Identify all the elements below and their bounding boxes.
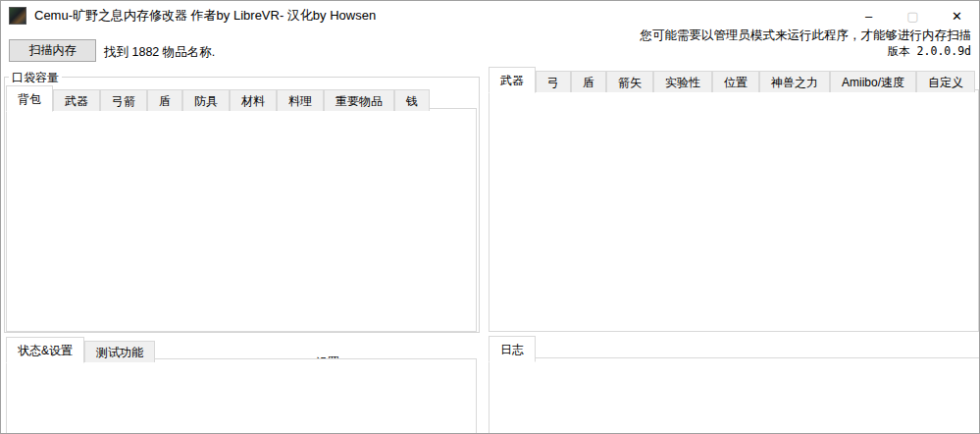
weapons-tab[interactable]: 盾: [571, 71, 606, 92]
log-tabstrip: 日志: [489, 335, 536, 361]
version-text: 版本 2.0.0.9d: [641, 43, 972, 59]
weapons-tabstrip: 武器弓盾箭矢实验性位置神兽之力Amiibo/速度自定义: [489, 66, 975, 92]
weapons-tab[interactable]: 弓: [536, 71, 571, 92]
log-tabpage: [489, 357, 980, 434]
pocket-tab[interactable]: 防具: [182, 89, 230, 111]
admin-notice-text: 您可能需要以管理员模式来运行此程序，才能够进行内存扫描: [641, 27, 972, 43]
weapons-tab[interactable]: 实验性: [653, 71, 712, 92]
status-tab[interactable]: 状态&设置: [6, 337, 84, 363]
found-items-text: 找到 1882 物品名称.: [104, 44, 215, 61]
weapons-tab[interactable]: 武器: [489, 67, 536, 93]
log-tab[interactable]: 日志: [489, 336, 536, 362]
status-tabpage: [6, 358, 477, 434]
admin-notice: 您可能需要以管理员模式来运行此程序，才能够进行内存扫描 版本 2.0.0.9d: [641, 27, 972, 59]
pocket-tabstrip: 背包武器弓箭盾防具材料料理重要物品钱: [6, 84, 430, 111]
weapons-tab[interactable]: 位置: [712, 71, 759, 92]
pocket-tab[interactable]: 盾: [147, 89, 182, 111]
pocket-tab[interactable]: 武器: [53, 89, 100, 111]
pocket-tab[interactable]: 钱: [394, 89, 430, 111]
status-tabstrip: 状态&设置测试功能: [6, 336, 155, 362]
weapons-tab[interactable]: 神兽之力: [759, 71, 830, 92]
pocket-tab[interactable]: 重要物品: [324, 89, 394, 111]
pocket-tab[interactable]: 弓箭: [100, 89, 147, 111]
close-button[interactable]: ✕: [935, 1, 979, 30]
minimize-button[interactable]: –: [847, 1, 891, 30]
title-bar[interactable]: Cemu-旷野之息内存修改器 作者by LibreVR- 汉化by Howsen…: [1, 1, 979, 30]
pocket-tab[interactable]: 材料: [230, 89, 277, 111]
weapons-tab[interactable]: 箭矢: [606, 71, 653, 92]
weapons-tab[interactable]: Amiibo/速度: [830, 71, 916, 92]
pocket-tab[interactable]: 背包: [6, 85, 53, 112]
weapons-tabpage: [489, 89, 979, 332]
window-title: Cemu-旷野之息内存修改器 作者by LibreVR- 汉化by Howsen: [34, 7, 376, 25]
pocket-tab[interactable]: 料理: [277, 89, 324, 111]
maximize-button: ▢: [891, 1, 935, 30]
app-icon: [9, 7, 26, 25]
scan-memory-button[interactable]: 扫描内存: [9, 39, 96, 62]
app-window: Cemu-旷野之息内存修改器 作者by LibreVR- 汉化by Howsen…: [0, 0, 980, 434]
pocket-tabpage: [6, 108, 477, 332]
status-tab[interactable]: 测试功能: [84, 341, 155, 362]
weapons-tab[interactable]: 自定义: [916, 71, 975, 92]
